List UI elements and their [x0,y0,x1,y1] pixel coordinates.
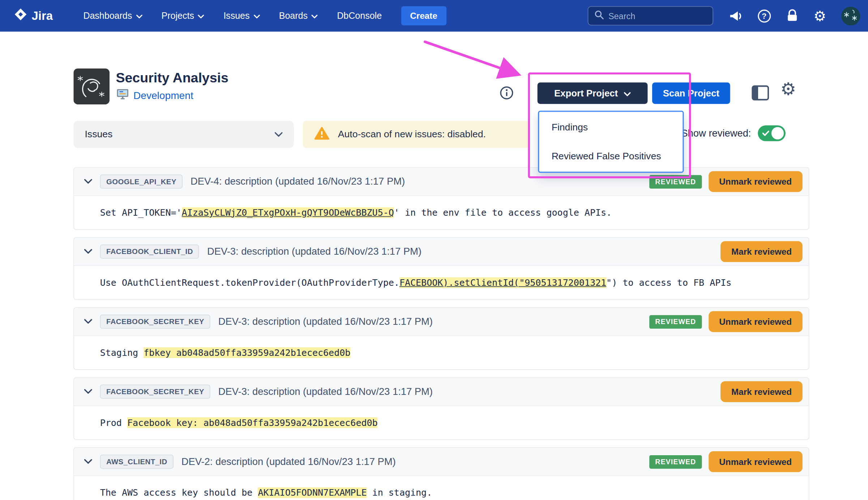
review-action-button[interactable]: Unmark reviewed [709,451,803,472]
reviewed-badge: REVIEWED [650,315,702,328]
nav-boards-label: Boards [279,11,308,21]
toggle-knob [771,127,784,139]
expand-chevron-icon[interactable] [84,179,92,184]
side-panel-toggle-icon[interactable] [752,85,769,103]
nav-dashboards[interactable]: Dashboards [83,11,142,21]
reviewed-badge: REVIEWED [650,175,702,189]
export-project-label: Export Project [554,88,618,99]
scan-project-button[interactable]: Scan Project [652,82,730,104]
nav-dbconsole[interactable]: DbConsole [337,11,382,21]
search-icon [594,10,604,22]
expand-chevron-icon[interactable] [84,249,92,254]
code-text: Prod [100,417,127,428]
issue-body: Staging fbkey ab048ad50ffa33959a242b1ece… [74,336,809,369]
issue-actions: Mark reviewed [721,381,802,402]
nav-menu: Dashboards Projects Issues Boards DbCons… [83,6,446,25]
review-action-button[interactable]: Mark reviewed [721,241,802,262]
issue-actions: REVIEWED Unmark reviewed [650,451,803,472]
chevron-down-icon [136,11,142,21]
chevron-down-icon [198,11,204,21]
menu-item-findings[interactable]: Findings [539,113,683,142]
issue-header: FACEBOOK_SECRET_KEY DEV-3: description (… [74,378,809,406]
export-dropdown-menu: Findings Reviewed False Positives [538,111,684,173]
annotation-arrow [425,42,516,74]
chevron-down-icon [275,129,283,140]
secret-highlight: AIzaSyCLWjZ0_ETxgPOxH-gQYT9ODeWcBBZU5-Q [182,207,394,218]
issue-title: DEV-2: description (updated 16/Nov/23 1:… [181,456,396,468]
create-button[interactable]: Create [401,6,446,25]
secret-highlight: FACEBOOK).setClientId("950513172001321 [399,277,606,288]
chevron-down-icon [624,88,631,99]
issue-header: FACEBOOK_CLIENT_ID DEV-3: description (u… [74,238,809,266]
issue-header: AWS_CLIENT_ID DEV-2: description (update… [74,448,809,476]
nav-projects-label: Projects [162,11,194,21]
issue-title: DEV-3: description (updated 16/Nov/23 1:… [218,316,433,328]
issue-title: DEV-4: description (updated 16/Nov/23 1:… [191,176,405,188]
warning-icon [314,126,329,142]
issue-type-badge: FACEBOOK_SECRET_KEY [100,315,210,329]
warning-text: Auto-scan of new issues: disabled. [338,129,486,140]
review-action-button[interactable]: Mark reviewed [721,381,802,402]
issue-filter-value: Issues [85,129,112,140]
help-icon[interactable]: ? [758,9,771,22]
show-reviewed-toggle[interactable] [758,125,786,141]
page-title: Security Analysis [116,70,228,86]
info-icon[interactable] [500,86,514,102]
expand-chevron-icon[interactable] [84,389,92,394]
issue-body: The AWS access key should be AKIAIO5FODN… [74,476,809,500]
code-text: Staging [100,347,144,358]
secret-highlight: AKIAIO5FODNN7EXAMPLE [258,487,367,498]
jira-logo-text: Jira [32,9,53,23]
chevron-down-icon [312,11,318,21]
top-navbar: Jira Dashboards Projects Issues Boards D… [0,0,868,32]
nav-search[interactable] [587,6,713,25]
secret-highlight: Facebook key: ab048ad50ffa33959a242b1ece… [127,417,378,428]
issue-body: Set API_TOKEN='AIzaSyCLWjZ0_ETxgPOxH-gQY… [74,196,809,229]
settings-gear-icon[interactable]: ⚙ [813,9,826,23]
project-avatar[interactable] [73,68,110,104]
nav-dbconsole-label: DbConsole [337,11,382,21]
announcement-icon[interactable] [728,9,742,23]
issue-body: Use OAuthClientRequest.tokenProvider(OAu… [74,266,809,299]
nav-boards[interactable]: Boards [279,11,318,21]
chevron-down-icon [253,11,260,21]
issue-type-badge: FACEBOOK_CLIENT_ID [100,245,199,259]
issue-actions: Mark reviewed [721,241,802,262]
user-avatar[interactable] [842,7,860,25]
code-text: Set API_TOKEN=' [100,207,182,218]
nav-projects[interactable]: Projects [162,11,204,21]
check-icon [762,130,769,136]
code-text: in staging. [367,487,432,498]
issue-filter-select[interactable]: Issues [73,121,294,148]
page-settings-gear-icon[interactable]: ⚙ [781,80,796,98]
issue-header: FACEBOOK_SECRET_KEY DEV-3: description (… [74,308,809,336]
expand-chevron-icon[interactable] [84,319,92,324]
autoscan-warning-banner: Auto-scan of new issues: disabled. [303,121,530,148]
expand-chevron-icon[interactable] [84,459,92,464]
lock-icon[interactable] [786,9,798,23]
nav-right-section: ? ⚙ [587,6,860,25]
jira-logo[interactable]: Jira [14,7,53,24]
search-input[interactable] [608,11,707,21]
issue-list: GOOGLE_API_KEY DEV-4: description (updat… [73,167,809,500]
menu-item-reviewed-false-positives[interactable]: Reviewed False Positives [539,142,683,171]
issue-title: DEV-3: description (updated 16/Nov/23 1:… [218,386,433,398]
issue-card: AWS_CLIENT_ID DEV-2: description (update… [73,447,809,500]
issue-type-badge: AWS_CLIENT_ID [100,454,174,469]
export-project-button[interactable]: Export Project [538,82,648,104]
reviewed-badge: REVIEWED [650,455,702,469]
review-action-button[interactable]: Unmark reviewed [709,171,803,192]
development-link[interactable]: Development [133,90,193,102]
show-reviewed-control: Show reviewed: [681,125,785,141]
project-breadcrumb: Development [116,89,193,102]
issue-title: DEV-3: description (updated 16/Nov/23 1:… [207,246,422,258]
nav-dashboards-label: Dashboards [83,11,132,21]
issue-body: Prod Facebook key: ab048ad50ffa33959a242… [74,406,809,439]
code-text: ") to access to FB APIs [606,277,731,288]
nav-issues-label: Issues [223,11,249,21]
secret-highlight: fbkey ab048ad50ffa33959a242b1ecec6ed0b [144,347,350,358]
review-action-button[interactable]: Unmark reviewed [709,311,803,332]
nav-issues[interactable]: Issues [223,11,260,21]
code-text: ' in the env file to access google APIs. [394,207,612,218]
issue-card: FACEBOOK_SECRET_KEY DEV-3: description (… [73,377,809,440]
